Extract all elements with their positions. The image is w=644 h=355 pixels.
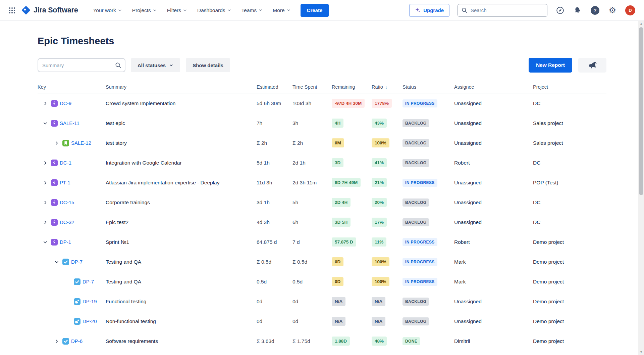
issue-key-link[interactable]: SALE-11 [60,120,79,126]
col-header-remaining[interactable]: Remaining [332,84,372,93]
issue-summary: Functional testing [106,299,257,305]
col-header-ratio[interactable]: Ratio ↓ [372,84,402,93]
nav-teams[interactable]: Teams [238,5,267,16]
help-icon[interactable]: ? [590,6,600,15]
issue-key-link[interactable]: DP-19 [83,299,97,304]
discover-compass-icon[interactable] [555,6,565,15]
issue-key-link[interactable]: DC-15 [60,199,74,205]
row-expander-icon[interactable] [42,179,49,186]
table-row: DP-6 Software requirements Σ 3.63d Σ 1.7… [38,331,606,351]
table-body: DC-9 Crowd system Implementation 5d 6h 3… [38,93,606,351]
estimated-value: 0.5d [257,279,292,285]
scrollbar-up-arrow[interactable]: ▲ [638,21,644,27]
col-header-project[interactable]: Project [533,84,606,93]
nav-filters[interactable]: Filters [163,5,191,16]
assignee-value: Mark [454,279,533,285]
global-search-input[interactable] [458,4,547,17]
nav-dashboards[interactable]: Dashboards [194,5,235,16]
app-switcher-icon[interactable] [8,6,16,14]
col-header-estimated[interactable]: Estimated [257,84,292,93]
upgrade-button[interactable]: Upgrade [409,4,449,17]
col-header-time-spent[interactable]: Time Spent [292,84,332,93]
project-value: DC [533,100,606,106]
row-expander-icon[interactable] [42,199,49,206]
issue-key-link[interactable]: DC-32 [60,219,74,225]
assignee-value: Unassigned [454,180,533,186]
row-expander-icon[interactable] [53,258,60,266]
ratio-badge: 20% [372,198,387,207]
project-value: Demo project [533,338,606,344]
col-header-assignee[interactable]: Assignee [454,84,533,93]
new-report-button[interactable]: New Report [529,58,572,73]
estimated-value: Σ 2h [257,140,292,146]
notifications-bell-icon[interactable] [573,6,582,15]
show-details-button[interactable]: Show details [186,58,230,72]
row-expander-icon[interactable] [42,120,49,127]
assignee-value: Mark [454,259,533,265]
row-expander-icon[interactable] [42,219,49,226]
project-value: POP (Test) [533,180,606,186]
row-expander-icon[interactable] [42,238,49,246]
remaining-badge: 0M [332,138,344,147]
row-expander-icon[interactable] [53,139,60,147]
issue-key-link[interactable]: DC-9 [60,100,71,106]
issue-type-icon [51,199,58,206]
issue-key-link[interactable]: SALE-12 [71,140,91,146]
remaining-badge: -97D 4H 30M [332,99,365,108]
nav-your-work[interactable]: Your work [89,5,125,16]
settings-gear-icon[interactable]: ⚙ [608,6,617,15]
table-row: DC-1 Integration with Google Calendar 5d… [38,153,606,173]
report-controls: All statuses Show details New Report [38,58,606,73]
project-value: Sales project [533,140,606,146]
remaining-badge: N/A [332,317,345,326]
issue-key-link[interactable]: DP-7 [83,279,94,284]
assignee-value: Unassigned [454,219,533,225]
issue-key-link[interactable]: PT-1 [60,180,70,185]
user-avatar[interactable]: D [625,5,635,15]
col-header-key[interactable]: Key [38,84,106,93]
ratio-badge: N/A [372,297,385,306]
row-expander-icon[interactable] [42,159,49,167]
status-badge: BACKLOG [402,298,429,306]
project-value: DC [533,219,606,225]
issue-type-icon [51,120,58,127]
issue-summary: Non-functional testing [106,318,257,324]
issue-key-link[interactable]: DP-7 [71,259,83,265]
jira-logo[interactable]: Jira Software [21,6,78,15]
scrollbar-thumb[interactable] [639,27,643,195]
announcement-megaphone-button[interactable] [578,58,606,73]
project-value: Sales project [533,120,606,126]
search-icon [115,62,121,70]
issue-key-link[interactable]: DC-1 [60,160,71,166]
row-expander-icon[interactable] [42,100,49,107]
scrollbar-down-arrow[interactable]: ▼ [638,349,644,355]
ratio-badge: 41% [372,158,387,167]
project-value: Demo project [533,279,606,285]
issue-type-icon [74,278,80,285]
status-badge: IN PROGRESS [402,99,437,107]
nav-more[interactable]: More [269,5,294,16]
table-row: DP-20 Non-functional testing 0d 0d N/A N… [38,311,606,331]
row-key-cell: PT-1 [38,179,106,186]
issue-key-link[interactable]: DP-20 [83,318,97,324]
issue-type-icon [51,160,58,166]
status-badge: BACKLOG [402,159,429,167]
issue-key-link[interactable]: DP-1 [60,239,71,245]
ratio-badge: 17% [372,218,387,227]
status-filter-dropdown[interactable]: All statuses [131,58,180,72]
create-button[interactable]: Create [301,4,329,17]
estimated-value: 64.875 d [257,239,292,245]
time-spent-value: 2d 1h [292,160,332,166]
issue-key-link[interactable]: DP-6 [71,338,83,344]
table-row: DP-7 Testing and QA Σ 0.5d Σ 0.5d 0D 100… [38,252,606,272]
col-header-status[interactable]: Status [402,84,454,93]
row-key-cell: DC-9 [38,100,106,107]
issue-summary: Sprint №1 [106,239,257,245]
summary-filter-input[interactable] [38,58,125,72]
nav-projects[interactable]: Projects [128,5,161,16]
page-title: Epic Timesheets [38,36,606,47]
row-expander-icon[interactable] [53,338,60,345]
estimated-value: 5d 1h [257,160,292,166]
col-header-summary[interactable]: Summary [106,84,257,93]
issue-type-icon [51,239,58,246]
